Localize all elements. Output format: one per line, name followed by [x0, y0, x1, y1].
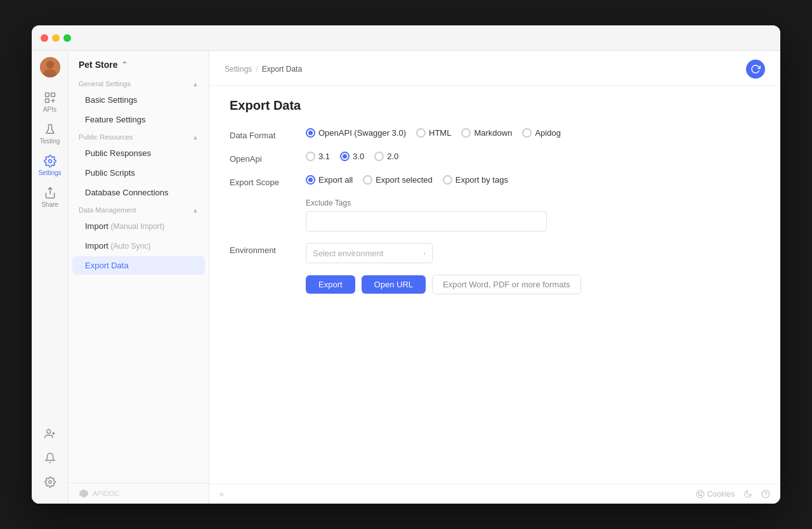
export-button[interactable]: Export	[306, 275, 355, 294]
main-header: Settings / Export Data	[209, 51, 780, 86]
svg-point-15	[701, 492, 702, 493]
traffic-lights	[41, 34, 71, 42]
radio-markdown-circle	[461, 128, 471, 138]
general-settings-label: General Settings	[79, 80, 131, 88]
radio-export-selected[interactable]: Export selected	[363, 175, 433, 185]
radio-export-by-tags-circle	[443, 175, 452, 185]
notifications-button[interactable]	[41, 449, 59, 467]
nav-export-data[interactable]: Export Data	[72, 256, 205, 275]
svg-point-6	[48, 160, 51, 163]
more-formats-button[interactable]: Export Word, PDF or more formats	[432, 275, 581, 294]
breadcrumb: Settings / Export Data	[225, 65, 302, 74]
import-auto-suffix: (Auto Sync)	[110, 242, 150, 251]
sidebar-item-apis[interactable]: APIs	[36, 88, 65, 117]
radio-html[interactable]: HTML	[416, 128, 451, 138]
invite-button[interactable]	[41, 425, 59, 443]
collapse-icon: «	[219, 490, 224, 499]
general-settings-chevron: ▲	[192, 81, 199, 88]
cookies-icon	[696, 490, 705, 499]
main-body: Export Data Data Format OpenAPI (Swagger…	[209, 86, 780, 484]
data-format-controls: OpenAPI (Swagger 3.0) HTML Markdown	[306, 128, 561, 138]
bell-icon	[44, 452, 56, 464]
apidoc-logo: APIDOC	[69, 483, 209, 504]
refresh-button[interactable]	[746, 60, 765, 79]
close-button[interactable]	[41, 34, 48, 42]
export-form: Data Format OpenAPI (Swagger 3.0) HTML	[230, 128, 760, 294]
nav-feature-settings[interactable]: Feature Settings	[72, 110, 205, 129]
radio-export-selected-label: Export selected	[376, 175, 433, 185]
radio-apidog-label: Apidog	[535, 128, 560, 138]
preferences-button[interactable]	[41, 473, 59, 491]
settings-icon	[44, 155, 56, 167]
cookies-button[interactable]: Cookies	[696, 490, 735, 499]
svg-rect-4	[51, 93, 55, 97]
nav-public-scripts[interactable]: Public Scripts	[72, 164, 205, 182]
radio-export-selected-circle	[363, 175, 372, 185]
radio-v31[interactable]: 3.1	[306, 152, 330, 161]
header-actions	[746, 60, 765, 79]
sidebar-item-settings[interactable]: Settings	[36, 151, 65, 180]
gear-icon	[44, 476, 56, 488]
nav-import-auto[interactable]: Import (Auto Sync)	[72, 237, 205, 255]
public-resources-section[interactable]: Public Resources ▲	[69, 129, 209, 143]
app-window: APIs Testing Settings	[32, 25, 780, 504]
radio-v20[interactable]: 2.0	[374, 152, 398, 161]
radio-v20-circle	[374, 152, 384, 161]
data-management-chevron: ▲	[192, 207, 199, 214]
apidoc-logo-icon	[79, 488, 89, 499]
data-management-section[interactable]: Data Management ▲	[69, 202, 209, 216]
radio-export-all[interactable]: Export all	[306, 175, 353, 185]
nav-basic-settings[interactable]: Basic Settings	[72, 91, 205, 109]
env-placeholder: Select environment	[313, 249, 383, 258]
avatar[interactable]	[40, 57, 60, 77]
openapi-version-controls: 3.1 3.0 2.0	[306, 152, 398, 161]
nav-database-connections[interactable]: Database Connections	[72, 183, 205, 202]
theme-button[interactable]	[743, 490, 752, 499]
minimize-button[interactable]	[52, 34, 60, 42]
radio-v31-circle	[306, 152, 315, 161]
svg-point-16	[700, 495, 702, 496]
radio-apidog[interactable]: Apidog	[522, 128, 560, 138]
radio-v30-circle	[340, 152, 350, 161]
export-scope-controls: Export all Export selected Export by tag…	[306, 175, 508, 185]
sidebar-item-testing[interactable]: Testing	[36, 119, 65, 148]
env-chevron-icon: ›	[423, 249, 426, 257]
share-icon	[44, 186, 56, 199]
nav-public-responses[interactable]: Public Responses	[72, 144, 205, 162]
radio-v30[interactable]: 3.0	[340, 152, 364, 161]
radio-markdown[interactable]: Markdown	[461, 128, 512, 138]
collapse-button[interactable]: «	[219, 490, 224, 499]
radio-export-all-circle	[306, 175, 315, 185]
openapi-version-row: OpenApi 3.1 3.0	[230, 152, 760, 164]
svg-marker-12	[79, 489, 88, 497]
radio-v31-label: 3.1	[318, 152, 330, 161]
share-label: Share	[41, 201, 58, 208]
sidebar-item-share[interactable]: Share	[36, 183, 65, 212]
icon-sidebar: APIs Testing Settings	[32, 51, 69, 504]
refresh-icon	[750, 64, 761, 74]
radio-html-label: HTML	[429, 128, 451, 138]
data-format-row: Data Format OpenAPI (Swagger 3.0) HTML	[230, 128, 760, 140]
page-title: Export Data	[230, 98, 760, 113]
radio-export-by-tags[interactable]: Export by tags	[443, 175, 508, 185]
main-footer: « Cookies	[209, 484, 780, 504]
project-name: Pet Store	[79, 60, 117, 70]
help-button[interactable]	[761, 490, 770, 499]
public-resources-label: Public Resources	[79, 133, 133, 141]
radio-export-by-tags-label: Export by tags	[455, 175, 508, 185]
exclude-tags-input[interactable]	[306, 211, 547, 232]
testing-icon	[44, 123, 56, 136]
project-header[interactable]: Pet Store ⌃	[69, 51, 209, 76]
svg-point-18	[762, 490, 769, 498]
radio-v30-label: 3.0	[353, 152, 364, 161]
radio-openapi[interactable]: OpenAPI (Swagger 3.0)	[306, 128, 406, 138]
export-scope-row: Export Scope Export all Export selected	[230, 175, 760, 187]
open-url-button[interactable]: Open URL	[362, 275, 426, 294]
nav-sidebar: Pet Store ⌃ General Settings ▲ Basic Set…	[69, 51, 209, 504]
nav-import-manual[interactable]: Import (Manual Import)	[72, 217, 205, 235]
environment-row: Environment Select environment ›	[230, 243, 760, 263]
environment-select[interactable]: Select environment ›	[306, 243, 433, 263]
general-settings-section[interactable]: General Settings ▲	[69, 76, 209, 90]
maximize-button[interactable]	[63, 34, 71, 42]
openapi-version-label: OpenApi	[230, 152, 306, 164]
